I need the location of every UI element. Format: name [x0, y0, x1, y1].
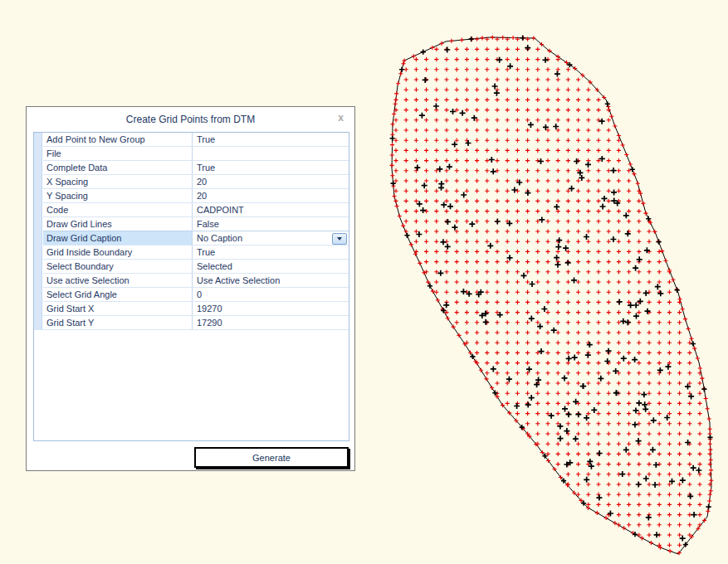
property-label: Select Grid Angle: [43, 288, 193, 301]
property-label: Add Point to New Group: [43, 133, 193, 146]
property-label: X Spacing: [43, 175, 193, 188]
property-value[interactable]: True: [193, 161, 349, 174]
generate-button[interactable]: Generate: [194, 447, 349, 468]
property-value[interactable]: 0: [193, 288, 349, 301]
property-value[interactable]: True: [193, 133, 349, 146]
property-value[interactable]: 19270: [193, 302, 349, 315]
property-grid: Add Point to New GroupTrueFileComplete D…: [33, 132, 349, 441]
property-label: Grid Start Y: [43, 316, 193, 329]
property-grid-rows: Add Point to New GroupTrueFileComplete D…: [43, 133, 349, 330]
boundary-polygon[interactable]: [392, 37, 711, 554]
property-label: Complete Data: [43, 161, 193, 174]
dialog-title: Create Grid Points from DTM: [27, 114, 354, 125]
property-row[interactable]: Grid Start X19270: [43, 302, 349, 316]
property-row[interactable]: Grid Start Y17290: [43, 316, 349, 330]
property-label: Grid Inside Boundary: [43, 246, 193, 259]
black-boundary-ticks: [390, 36, 713, 547]
property-row[interactable]: CodeCADPOINT: [43, 203, 349, 217]
property-label: File: [43, 147, 193, 160]
property-value[interactable]: 17290: [193, 316, 349, 329]
property-value[interactable]: Use Active Selection: [193, 274, 349, 287]
property-value[interactable]: No Caption: [193, 231, 349, 245]
property-label: Draw Grid Caption: [43, 231, 193, 245]
property-label: Draw Grid Lines: [43, 217, 193, 231]
property-row[interactable]: Grid Inside BoundaryTrue: [43, 246, 349, 260]
property-value[interactable]: 20: [193, 175, 349, 188]
property-value[interactable]: True: [193, 246, 349, 259]
property-value[interactable]: Selected: [193, 260, 349, 273]
property-label: Code: [43, 203, 193, 216]
property-label: Y Spacing: [43, 189, 193, 202]
property-row[interactable]: Draw Grid CaptionNo Caption: [43, 231, 349, 246]
dropdown-button[interactable]: [332, 233, 347, 245]
property-row[interactable]: Select BoundarySelected: [43, 260, 349, 274]
chevron-down-icon: [337, 237, 342, 241]
property-row[interactable]: X Spacing20: [43, 175, 349, 189]
property-grid-gutter: [34, 133, 42, 330]
property-label: Grid Start X: [43, 302, 193, 315]
property-label: Select Boundary: [43, 260, 193, 273]
create-grid-points-dialog: Create Grid Points from DTM x Add Point …: [26, 106, 355, 471]
property-row[interactable]: Complete DataTrue: [43, 161, 349, 175]
property-value[interactable]: [193, 147, 349, 160]
property-row[interactable]: File: [43, 147, 349, 161]
property-row[interactable]: Draw Grid LinesFalse: [43, 217, 349, 231]
red-grid-points: [390, 36, 714, 556]
property-row[interactable]: Select Grid Angle0: [43, 288, 349, 302]
property-row[interactable]: Add Point to New GroupTrue: [43, 133, 349, 147]
property-row[interactable]: Y Spacing20: [43, 189, 349, 203]
property-row[interactable]: Use active SelectionUse Active Selection: [43, 274, 349, 288]
property-value[interactable]: 20: [193, 189, 349, 202]
close-icon[interactable]: x: [338, 113, 344, 123]
property-value[interactable]: CADPOINT: [193, 203, 349, 216]
property-value[interactable]: False: [193, 217, 349, 231]
property-label: Use active Selection: [43, 274, 193, 287]
